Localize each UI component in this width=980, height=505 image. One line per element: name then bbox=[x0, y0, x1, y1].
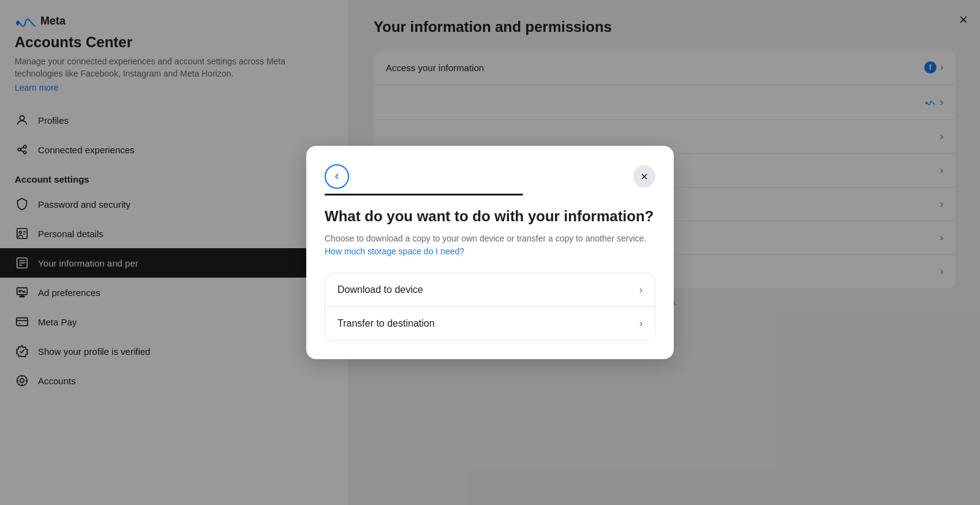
modal-close-button[interactable] bbox=[633, 165, 655, 188]
modal-overlay: What do you want to do with your informa… bbox=[0, 0, 980, 505]
modal-option-download[interactable]: Download to device › bbox=[325, 273, 655, 307]
modal-title: What do you want to do with your informa… bbox=[325, 208, 655, 226]
modal-options: Download to device › Transfer to destina… bbox=[325, 273, 655, 341]
modal-top-bar bbox=[325, 164, 655, 189]
download-option-chevron: › bbox=[639, 284, 643, 295]
modal-back-button[interactable] bbox=[325, 164, 349, 189]
download-option-label: Download to device bbox=[337, 284, 423, 295]
modal-divider bbox=[325, 194, 523, 196]
modal: What do you want to do with your informa… bbox=[306, 146, 674, 360]
transfer-option-chevron: › bbox=[639, 318, 643, 329]
modal-storage-link[interactable]: How much storage space do I need? bbox=[325, 246, 464, 256]
modal-description: Choose to download a copy to your own de… bbox=[325, 232, 655, 258]
modal-option-transfer[interactable]: Transfer to destination › bbox=[325, 307, 655, 340]
transfer-option-label: Transfer to destination bbox=[337, 318, 435, 329]
modal-description-text: Choose to download a copy to your own de… bbox=[325, 234, 646, 243]
